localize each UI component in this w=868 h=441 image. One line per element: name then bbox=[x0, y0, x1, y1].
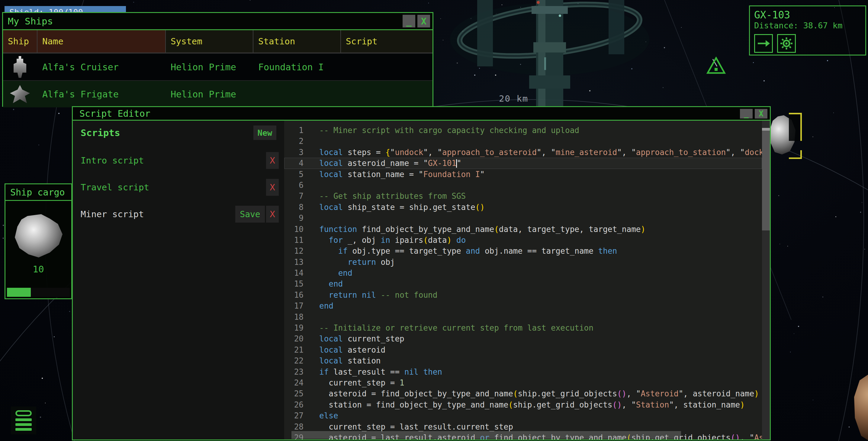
code-line[interactable]: 3local steps = {"undock", "approach_to_a… bbox=[284, 147, 762, 158]
target-bracket-top-icon bbox=[789, 113, 802, 141]
script-item[interactable]: Intro scriptX bbox=[73, 151, 284, 170]
code-text bbox=[319, 213, 762, 224]
ships-table-body: Alfa's CruiserHelion PrimeFoundation IAl… bbox=[3, 53, 433, 107]
column-header-system[interactable]: System bbox=[165, 30, 253, 53]
target-settings-button[interactable] bbox=[777, 34, 796, 53]
code-line[interactable]: 2 bbox=[284, 136, 762, 146]
scripts-list: Intro scriptXTravel scriptXMiner scriptS… bbox=[73, 151, 284, 232]
ship-row[interactable]: Alfa's CruiserHelion PrimeFoundation I bbox=[3, 53, 433, 80]
ore-item-icon[interactable] bbox=[13, 214, 64, 259]
line-number: 11 bbox=[284, 235, 304, 245]
cell-name: Alfa's Frigate bbox=[37, 81, 165, 107]
target-bracket-bottom-icon bbox=[789, 150, 802, 159]
line-number: 2 bbox=[284, 136, 304, 146]
script-editor-titlebar[interactable]: Script Editor _ X bbox=[73, 107, 770, 121]
code-line[interactable]: 25 asteroid = find_object_by_type_and_na… bbox=[284, 388, 762, 399]
code-text: local ship_state = ship.get_state() bbox=[319, 202, 762, 213]
range-ring-label: 20 km bbox=[499, 94, 528, 104]
code-line[interactable]: 9 bbox=[284, 213, 762, 224]
my-ships-titlebar[interactable]: My Ships _ X bbox=[3, 13, 433, 30]
code-line[interactable]: 6 bbox=[284, 180, 762, 191]
code-line[interactable]: 13 return obj bbox=[284, 257, 762, 268]
delete-script-button[interactable]: X bbox=[266, 152, 279, 169]
script-name: Miner script bbox=[81, 209, 144, 219]
save-script-button[interactable]: Save bbox=[235, 206, 265, 223]
minimize-button[interactable]: _ bbox=[403, 15, 415, 28]
scripts-header: Scripts bbox=[81, 127, 120, 138]
code-line[interactable]: 17end bbox=[284, 300, 762, 311]
code-text: local asteroid_name = "GX-101" bbox=[319, 158, 762, 169]
line-number: 14 bbox=[284, 268, 304, 278]
code-text: else bbox=[319, 410, 762, 421]
code-editor[interactable]: 1-- Miner script with cargo capacity che… bbox=[284, 121, 770, 440]
ships-table-header-row: ShipNameSystemStationScript bbox=[3, 30, 433, 53]
code-line[interactable]: 21local asteroid bbox=[284, 344, 762, 355]
code-line[interactable]: 18 bbox=[284, 312, 762, 323]
code-line[interactable]: 12 if obj.type == target_type and obj.na… bbox=[284, 245, 762, 257]
code-text: current_step = last_result.current_step bbox=[319, 421, 762, 432]
code-line[interactable]: 1-- Miner script with cargo capacity che… bbox=[284, 125, 762, 136]
delete-script-button[interactable]: X bbox=[266, 179, 279, 196]
line-number: 26 bbox=[284, 399, 304, 410]
column-header-name[interactable]: Name bbox=[37, 30, 165, 53]
line-number: 18 bbox=[284, 312, 304, 323]
cell-station: Foundation I bbox=[253, 54, 340, 80]
code-line[interactable]: 19-- Initialize or retrieve current step… bbox=[284, 323, 762, 333]
target-info-panel: GX-103 Distance: 38.67 km bbox=[749, 5, 866, 56]
line-number: 17 bbox=[284, 300, 304, 311]
code-text: end bbox=[319, 278, 762, 289]
ship-cargo-titlebar[interactable]: Ship cargo bbox=[5, 184, 71, 201]
line-number: 27 bbox=[284, 410, 304, 421]
horizontal-scrollbar[interactable] bbox=[291, 431, 681, 439]
code-line[interactable]: 4local asteroid_name = "GX-101" bbox=[284, 158, 762, 169]
code-line[interactable]: 26 station = find_object_by_type_and_nam… bbox=[284, 399, 762, 410]
script-item[interactable]: Miner scriptSaveX bbox=[73, 205, 284, 223]
code-line[interactable]: 7-- Get ship attributes from SGS bbox=[284, 191, 762, 202]
cell-system: Helion Prime bbox=[165, 54, 253, 80]
line-number: 10 bbox=[284, 224, 304, 235]
code-line[interactable]: 22local station bbox=[284, 355, 762, 366]
main-menu-button[interactable] bbox=[11, 407, 36, 434]
my-ships-window: My Ships _ X ShipNameSystemStationScript… bbox=[2, 12, 433, 107]
vertical-scrollbar[interactable] bbox=[762, 121, 770, 440]
close-button[interactable]: X bbox=[755, 109, 768, 118]
new-script-button[interactable]: New bbox=[253, 126, 276, 140]
code-line[interactable]: 10function find_object_by_type_and_name(… bbox=[284, 224, 762, 235]
line-number: 13 bbox=[284, 257, 304, 268]
code-line[interactable]: 8local ship_state = ship.get_state() bbox=[284, 202, 762, 213]
ship-cargo-window: Ship cargo 10 bbox=[4, 183, 72, 299]
code-text: -- Initialize or retrieve current step f… bbox=[319, 323, 762, 333]
code-line[interactable]: 20local current_step bbox=[284, 333, 762, 344]
script-item[interactable]: Travel scriptX bbox=[73, 178, 284, 196]
code-line[interactable]: 15 end bbox=[284, 278, 762, 289]
code-text bbox=[319, 180, 762, 191]
code-text: if last_result == nil then bbox=[319, 367, 762, 377]
goto-target-button[interactable] bbox=[754, 34, 773, 53]
code-line[interactable]: 27else bbox=[284, 410, 762, 421]
cell-station bbox=[253, 81, 340, 107]
code-line[interactable]: 11 for _, obj in ipairs(data) do bbox=[284, 235, 762, 245]
code-line[interactable]: 24 current_step = 1 bbox=[284, 377, 762, 388]
code-text: local station bbox=[319, 355, 762, 366]
code-line[interactable]: 28 current_step = last_result.current_st… bbox=[284, 421, 762, 432]
column-header-station[interactable]: Station bbox=[253, 30, 340, 53]
code-text: current_step = 1 bbox=[319, 377, 762, 388]
code-line[interactable]: 5local station_name = "Foundation I" bbox=[284, 169, 762, 180]
line-number: 15 bbox=[284, 278, 304, 289]
code-lines: 1-- Miner script with cargo capacity che… bbox=[284, 125, 762, 440]
close-button[interactable]: X bbox=[417, 15, 430, 28]
code-line[interactable]: 14 end bbox=[284, 268, 762, 278]
ship-marker-icon[interactable] bbox=[706, 57, 726, 75]
column-header-script[interactable]: Script bbox=[340, 30, 433, 53]
gear-icon bbox=[780, 37, 793, 50]
code-line[interactable]: 16 return nil -- not found bbox=[284, 290, 762, 300]
delete-script-button[interactable]: X bbox=[266, 206, 279, 223]
vertical-scrollbar-thumb[interactable] bbox=[762, 128, 770, 231]
code-text: local current_step bbox=[319, 333, 762, 344]
line-number: 4 bbox=[284, 158, 304, 169]
minimize-button[interactable]: _ bbox=[740, 109, 753, 118]
code-line[interactable]: 23if last_result == nil then bbox=[284, 367, 762, 377]
column-header-ship[interactable]: Ship bbox=[3, 30, 37, 53]
cell-system: Helion Prime bbox=[165, 81, 253, 107]
ship-row[interactable]: Alfa's FrigateHelion Prime bbox=[3, 80, 433, 107]
